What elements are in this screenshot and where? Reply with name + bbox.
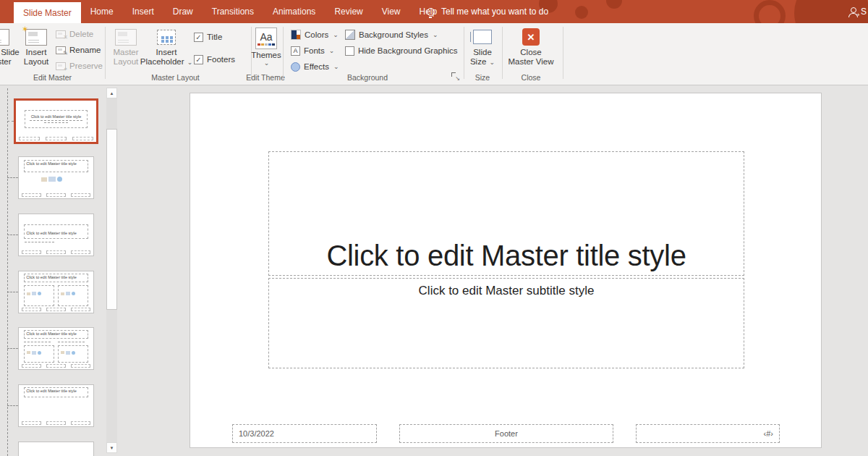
layout-thumbnail-two-content[interactable]: Click to edit Master title style	[18, 271, 94, 313]
footers-checkbox[interactable]: ✓ Footers	[194, 54, 235, 65]
deco-ring	[754, 0, 786, 23]
slide-thumbnail-panel: Click to edit Master title styleClick to…	[0, 85, 106, 456]
button-label: Preserve	[69, 62, 103, 70]
close-group-label: Close	[506, 73, 556, 82]
thumbnail-title-text: Click to edit Master title style	[26, 389, 86, 394]
hierarchy-line	[7, 88, 8, 456]
colors-icon	[291, 30, 301, 40]
scrollbar-up-button[interactable]: ▲	[106, 88, 117, 98]
subtitle-placeholder-text: Click to edit Master subtitle style	[419, 284, 595, 368]
tab-draw[interactable]: Draw	[163, 0, 203, 23]
dropdown-label: Background Styles	[359, 30, 428, 39]
effects-dropdown[interactable]: Effects ⌄	[291, 61, 339, 72]
button-label: Slide	[473, 48, 492, 57]
layout-thumbnail-title-slide[interactable]: Click to edit Master title style	[18, 156, 94, 199]
thumbnail-slide: Click to edit Master title style	[16, 101, 96, 142]
scroll-up-icon: ▲	[110, 91, 114, 96]
tab-insert[interactable]: Insert	[123, 0, 163, 23]
scrollbar-down-button[interactable]: ▼	[106, 442, 117, 453]
thumbnail-graphics	[61, 351, 75, 355]
themes-icon: Aa	[255, 28, 277, 49]
thumbnail-content-box	[24, 345, 54, 363]
delete-button: ✕ Delete	[56, 28, 93, 41]
dropdown-label: Fonts	[304, 46, 325, 55]
hierarchy-connector	[7, 348, 18, 349]
date-placeholder[interactable]: 10/3/2022	[232, 424, 377, 443]
thumbnail-title-text: Click to edit Master title style	[26, 231, 77, 236]
background-group-label: Background	[330, 73, 405, 82]
slide-size-button[interactable]: Slide Size ⌄	[467, 25, 498, 71]
chevron-down-icon: ⌄	[433, 32, 438, 38]
tab-review[interactable]: Review	[325, 0, 372, 23]
group-separator	[502, 27, 503, 79]
thumbnail-footer-box	[22, 308, 41, 311]
tell-me-box[interactable]: Tell me what you want to do	[427, 0, 548, 23]
rename-icon: ✎	[56, 46, 66, 54]
hide-background-graphics-checkbox-box	[345, 46, 354, 56]
dropdown-label: Colors	[305, 30, 328, 39]
layout-thumbnail-title-only[interactable]: Click to edit Master title style	[18, 384, 94, 427]
thumbnail-footer-box	[22, 250, 41, 254]
rename-button[interactable]: ✎ Rename	[56, 43, 101, 56]
chevron-down-icon: ⌄	[490, 59, 495, 66]
button-label: Close	[520, 48, 541, 57]
thumbnail-content-box	[24, 285, 54, 306]
layout-thumbnail-comparison[interactable]: Click to edit Master title style	[18, 327, 94, 370]
tab-slide-master[interactable]: Slide Master	[14, 2, 81, 23]
thumbnail-title-text: Click to edit Master title style	[26, 161, 86, 166]
new-star-glyph: ✶	[22, 25, 28, 34]
insert-slide-master-button[interactable]: Insert Slide Master	[0, 25, 22, 71]
footer-placeholder[interactable]: Footer	[399, 424, 613, 443]
thumbnail-title-text: Click to edit Master title style	[25, 114, 87, 119]
share-button[interactable]: + S	[848, 0, 867, 23]
ribbon: Insert Slide Master ✶ Insert Layout ✕ De…	[0, 23, 868, 85]
close-master-view-button[interactable]: ✕ Close Master View	[506, 25, 556, 71]
slide-master-thumbnail[interactable]: Click to edit Master title style	[14, 98, 98, 144]
scrollbar-thumb[interactable]	[106, 129, 117, 310]
close-x-glyph: ✕	[527, 32, 535, 43]
title-placeholder[interactable]: Click to edit Master title style	[268, 151, 744, 276]
thumbnail-graphics	[41, 177, 62, 182]
thumbnail-footer-box	[46, 421, 66, 425]
deco-circle	[606, 0, 622, 9]
themes-button[interactable]: Aa Themes ⌄	[251, 25, 281, 71]
tab-animations[interactable]: Animations	[263, 0, 325, 23]
ribbon-tab-strip: Slide MasterHomeInsertDrawTransitionsAni…	[14, 0, 446, 23]
tell-me-label: Tell me what you want to do	[441, 7, 548, 17]
thumbnail-title-box: Click to edit Master title style	[24, 387, 88, 397]
preserve-button: ✦ Preserve	[56, 59, 103, 72]
checkbox-label: Title	[207, 33, 222, 41]
thumbnail-footer-box	[22, 421, 41, 425]
button-label: Layout	[24, 57, 49, 67]
editor-canvas: Click to edit Master title styleClick to…	[0, 85, 868, 456]
thumbnail-title-text: Click to edit Master title style	[26, 332, 86, 337]
colors-dropdown[interactable]: Colors ⌄	[291, 29, 339, 41]
thumbnail-slide	[19, 442, 93, 456]
tab-transitions[interactable]: Transitions	[203, 0, 263, 23]
title-checkbox-box: ✓	[194, 33, 203, 42]
thumbnail-footer-box	[71, 421, 90, 425]
thumbnail-footer-box	[19, 137, 40, 140]
title-checkbox[interactable]: ✓ Title	[194, 31, 222, 43]
themes-icon-text: Aa	[260, 32, 272, 43]
background-dialog-launcher[interactable]: ↘	[451, 72, 459, 80]
insert-placeholder-button[interactable]: Insert Placeholder ⌄	[142, 25, 190, 71]
thumbnail-footer-box	[46, 193, 66, 197]
tab-view[interactable]: View	[373, 0, 410, 23]
button-label: Master View	[508, 57, 553, 67]
title-placeholder-text: Click to edit Master title style	[326, 236, 686, 275]
layout-thumbnail-blank[interactable]	[18, 442, 94, 456]
background-styles-icon	[345, 30, 355, 40]
subtitle-placeholder[interactable]: Click to edit Master subtitle style	[268, 278, 744, 368]
hide-background-graphics-checkbox[interactable]: Hide Background Graphics	[345, 45, 457, 56]
tab-home[interactable]: Home	[81, 0, 123, 23]
share-label: S	[861, 7, 867, 17]
launcher-arrow-icon: ↘	[455, 75, 460, 82]
fonts-dropdown[interactable]: A Fonts ⌄	[291, 45, 334, 56]
layout-thumbnail-section[interactable]: Click to edit Master title style	[18, 214, 94, 256]
insert-layout-button[interactable]: ✶ Insert Layout	[20, 25, 53, 71]
background-styles-dropdown[interactable]: Background Styles ⌄	[345, 29, 438, 41]
slide-number-placeholder[interactable]: ‹#›	[636, 424, 780, 443]
effects-icon	[291, 62, 300, 72]
thumbnail-graphics	[27, 292, 41, 295]
